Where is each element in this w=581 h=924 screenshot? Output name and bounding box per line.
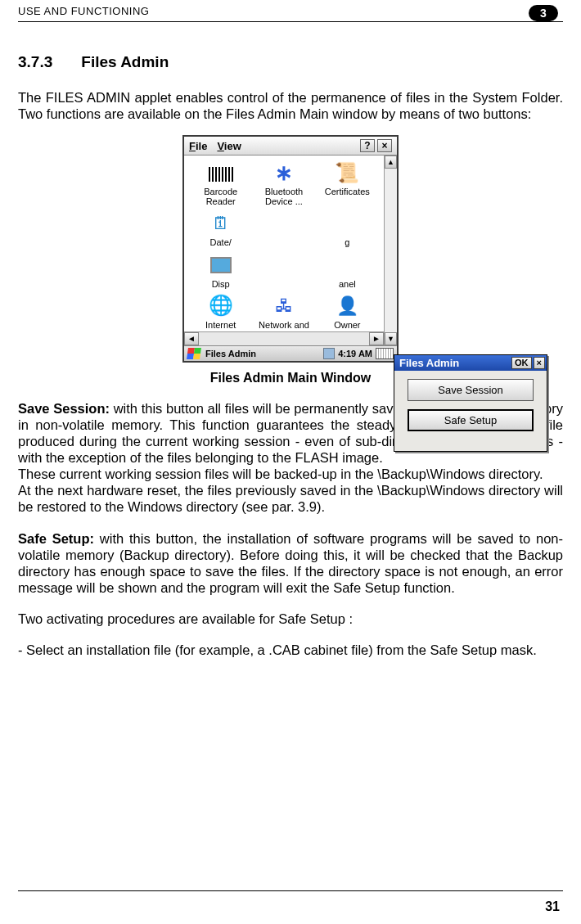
cp-label: Date/ (189, 237, 252, 247)
procedure-1: - Select an installation file (for examp… (18, 642, 563, 658)
safe-setup-text-1: with this button, the installation of so… (18, 531, 563, 595)
panel-icon (333, 253, 361, 277)
cp-label: Network and (252, 320, 315, 330)
cp-label: Barcode Reader (189, 187, 252, 206)
intro-paragraph: The FILES ADMIN applet enables control o… (18, 89, 563, 122)
running-header: USE AND FUNCTIONING (18, 5, 529, 17)
scroll-left-icon[interactable]: ◄ (184, 332, 199, 345)
calendar-icon: 🗓 (207, 211, 235, 236)
scroll-right-icon[interactable]: ► (369, 332, 384, 345)
cp-label: Internet (189, 320, 252, 330)
cp-item-certificates[interactable]: 📜 Certificates (316, 160, 379, 206)
cp-item-network[interactable]: 🖧 Network and (252, 294, 315, 330)
certificate-icon: 📜 (333, 160, 361, 185)
pda-menubar: File View ? × (184, 137, 397, 156)
start-icon[interactable] (187, 348, 201, 359)
help-button[interactable]: ? (360, 139, 375, 152)
pda-screenshot: File View ? × Barcode Reader ∗ Bluet (182, 135, 399, 362)
scroll-track[interactable] (199, 332, 369, 345)
dialing-icon (333, 211, 361, 236)
safe-setup-button[interactable]: Safe Setup (408, 409, 534, 431)
keyboard-icon[interactable] (376, 348, 394, 359)
section-heading: 3.7.3 Files Admin (18, 53, 563, 71)
cp-item-bluetooth[interactable]: ∗ Bluetooth Device ... (252, 160, 315, 206)
taskbar-title[interactable]: Files Admin (205, 349, 323, 358)
cp-label: Certificates (316, 187, 379, 196)
section-number: 3.7.3 (18, 53, 77, 71)
chapter-badge: 3 (529, 5, 558, 21)
taskbar-clock: 4:19 AM (338, 349, 372, 358)
cp-label: Owner (316, 320, 379, 330)
page-bottom-rule (18, 890, 563, 891)
safe-setup-label: Safe Setup: (18, 531, 94, 546)
save-session-label: Save Session: (18, 401, 110, 416)
save-session-text-3: At the next hardware reset, the files pr… (18, 482, 563, 515)
cp-label: Bluetooth Device ... (252, 187, 315, 206)
dialog-title-text: Files Admin (399, 357, 459, 369)
save-session-button[interactable]: Save Session (408, 379, 534, 401)
cp-item-date[interactable]: 🗓 Date/ (189, 211, 252, 247)
cp-label: anel (316, 279, 379, 289)
page-number: 31 (545, 899, 560, 914)
dialog-titlebar: Files Admin OK × (394, 355, 547, 371)
section-title: Files Admin (81, 53, 169, 70)
display-icon (207, 253, 235, 277)
cp-label: Disp (189, 279, 252, 289)
horizontal-scrollbar[interactable]: ◄ ► (184, 331, 384, 345)
dialog-ok-button[interactable]: OK (511, 357, 532, 369)
scroll-up-icon[interactable]: ▲ (385, 156, 397, 169)
cp-item-internet[interactable]: 🌐 Internet (189, 294, 252, 330)
cp-item-panel-partial[interactable]: anel (316, 253, 379, 289)
barcode-icon (207, 160, 235, 185)
bluetooth-icon: ∗ (270, 160, 298, 185)
page-top-rule: USE AND FUNCTIONING 3 (18, 5, 563, 22)
network-icon: 🖧 (270, 294, 298, 318)
owner-icon: 👤 (333, 294, 361, 318)
menu-view[interactable]: View (217, 140, 241, 152)
save-session-text-2: These current working session files will… (18, 466, 563, 482)
files-admin-dialog: Files Admin OK × Save Session Safe Setup (394, 354, 547, 452)
cp-label: g (316, 237, 379, 247)
cp-item-owner[interactable]: 👤 Owner (316, 294, 379, 330)
tray-icon[interactable] (323, 348, 335, 359)
window-close-button[interactable]: × (377, 139, 392, 152)
figure: File View ? × Barcode Reader ∗ Bluet (18, 135, 563, 362)
safe-setup-paragraph: Safe Setup: with this button, the instal… (18, 530, 563, 597)
scroll-down-icon[interactable]: ▼ (385, 332, 397, 345)
vertical-scrollbar[interactable]: ▲ ▼ (384, 156, 397, 345)
taskbar: Files Admin 4:19 AM (184, 345, 397, 361)
control-panel-grid: Barcode Reader ∗ Bluetooth Device ... 📜 … (184, 156, 384, 331)
cp-item-dialing-partial[interactable]: g (316, 211, 379, 247)
dialog-close-button[interactable]: × (534, 357, 545, 369)
cp-item-display[interactable]: Disp (189, 253, 252, 289)
cp-item-barcode[interactable]: Barcode Reader (189, 160, 252, 206)
globe-icon: 🌐 (207, 294, 235, 318)
procedures-intro: Two activating procedures are available … (18, 611, 563, 627)
system-tray: 4:19 AM (323, 348, 394, 359)
scroll-track-vertical[interactable] (385, 169, 397, 331)
menu-file[interactable]: File (189, 140, 207, 152)
